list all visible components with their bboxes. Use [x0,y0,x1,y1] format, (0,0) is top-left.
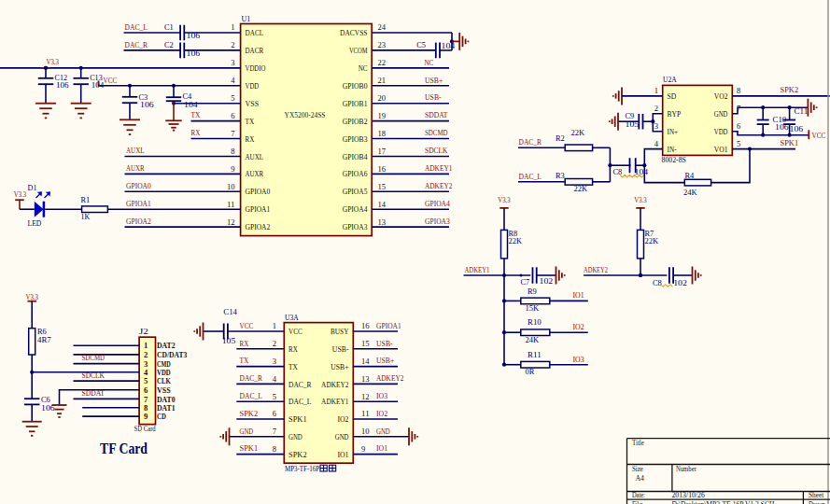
svg-text:Title: Title [632,439,644,447]
svg-text:4: 4 [654,140,658,148]
svg-text:SDDAT: SDDAT [82,389,106,398]
svg-text:19: 19 [378,112,387,120]
svg-text:IO1: IO1 [337,451,348,459]
svg-text:Sheet: Sheet [809,491,824,499]
svg-text:V3.3: V3.3 [498,196,511,204]
svg-text:A4: A4 [635,474,644,483]
svg-text:6: 6 [144,386,148,395]
svg-text:8002-8S: 8002-8S [662,156,687,164]
svg-text:1: 1 [144,342,148,350]
svg-text:USB+: USB+ [376,357,394,365]
svg-text:24K: 24K [683,189,697,197]
svg-text:USB+: USB+ [331,363,348,371]
svg-text:VDDIO: VDDIO [246,64,266,73]
svg-text:TF Card: TF Card [100,440,148,457]
svg-text:5: 5 [144,377,148,385]
svg-text:105: 105 [626,120,640,129]
svg-text:2: 2 [654,105,658,113]
svg-text:VCC: VCC [288,328,302,336]
svg-text:RX: RX [240,340,249,348]
svg-text:GPIOB4: GPIOB4 [343,153,369,161]
svg-text:AUXR: AUXR [246,170,264,178]
svg-text:3: 3 [144,360,148,369]
svg-text:D1: D1 [28,184,37,192]
svg-text:VSS: VSS [246,100,260,108]
svg-text:20: 20 [378,94,387,103]
svg-text:ADKEY2: ADKEY2 [425,182,452,190]
svg-text:2013/10/26: 2013/10/26 [671,491,705,499]
svg-text:22K: 22K [645,237,659,245]
svg-text:USB+: USB+ [425,77,443,85]
svg-text:R4: R4 [685,172,696,180]
svg-text:102: 102 [673,279,687,287]
svg-text:C6: C6 [41,396,50,404]
svg-text:GPIOA2: GPIOA2 [246,223,271,231]
svg-text:22K: 22K [509,237,523,245]
svg-text:AUXL: AUXL [126,147,145,155]
svg-text:BUSY: BUSY [331,328,349,336]
svg-text:TX: TX [191,111,201,119]
svg-text:DAC_R: DAC_R [288,381,312,389]
svg-text:9: 9 [144,413,148,421]
svg-text:AUXR: AUXR [126,164,145,173]
svg-text:ADKEY1: ADKEY1 [465,266,490,274]
svg-text:21: 21 [378,77,387,85]
svg-text:0R: 0R [526,368,535,376]
svg-text:IO2: IO2 [376,410,387,418]
svg-text:6: 6 [273,410,276,418]
svg-text:IN-: IN- [668,146,677,154]
svg-text:15: 15 [378,183,387,191]
svg-text:GPIOA1: GPIOA1 [376,322,401,330]
svg-text:106: 106 [775,123,789,132]
svg-text:15K: 15K [526,304,540,313]
svg-text:7: 7 [144,396,148,404]
svg-text:DAC_R: DAC_R [519,138,542,147]
svg-text:22K: 22K [574,185,588,193]
svg-text:SPK1: SPK1 [288,415,307,424]
svg-text:YX5200-24SS: YX5200-24SS [285,111,326,119]
svg-text:BYP: BYP [668,110,682,119]
svg-text:RX: RX [246,135,255,144]
svg-text:Size: Size [632,465,643,473]
svg-text:ADKEY2: ADKEY2 [321,381,348,389]
svg-text:24: 24 [378,23,387,32]
svg-text:106: 106 [187,49,201,58]
svg-text:GPIOB0: GPIOB0 [343,82,368,91]
svg-text:104: 104 [184,101,199,109]
svg-text:USB-: USB- [376,340,393,348]
svg-text:SD Card: SD Card [134,425,156,433]
svg-text:SDCMD: SDCMD [82,354,106,362]
svg-text:11: 11 [227,201,235,209]
svg-text:SDDAT: SDDAT [425,111,448,119]
svg-text:GND: GND [288,433,302,441]
svg-text:SPK1: SPK1 [240,444,259,453]
svg-text:GPIOA4: GPIOA4 [343,205,369,214]
svg-text:VO1: VO1 [714,146,728,154]
svg-text:17: 17 [378,147,387,156]
svg-text:9: 9 [231,165,234,174]
svg-text:DAC_L: DAC_L [519,173,542,181]
svg-text:VDD: VDD [157,369,171,377]
svg-text:V3.3: V3.3 [26,293,39,301]
svg-text:2: 2 [231,41,234,49]
svg-text:5: 5 [737,140,740,148]
svg-text:8: 8 [737,87,740,95]
svg-text:ADKEY2: ADKEY2 [584,266,608,274]
svg-text:5: 5 [273,393,276,401]
svg-text:SD: SD [668,92,677,101]
svg-text:SDCLK: SDCLK [82,371,106,380]
svg-text:10: 10 [361,427,370,436]
svg-text:R6: R6 [37,328,47,336]
svg-text:DACVSS: DACVSS [340,29,368,37]
svg-text:9: 9 [361,445,365,454]
svg-text:24K: 24K [526,336,540,344]
svg-text:104: 104 [635,168,650,176]
svg-text:IO1: IO1 [376,444,387,453]
svg-text:ADKEY2: ADKEY2 [376,374,403,383]
svg-text:18: 18 [378,130,387,138]
svg-text:1: 1 [231,23,234,32]
svg-text:12: 12 [361,393,370,401]
svg-text:TX: TX [240,357,249,365]
svg-text:VSS: VSS [157,386,171,395]
svg-text:10: 10 [227,183,235,191]
